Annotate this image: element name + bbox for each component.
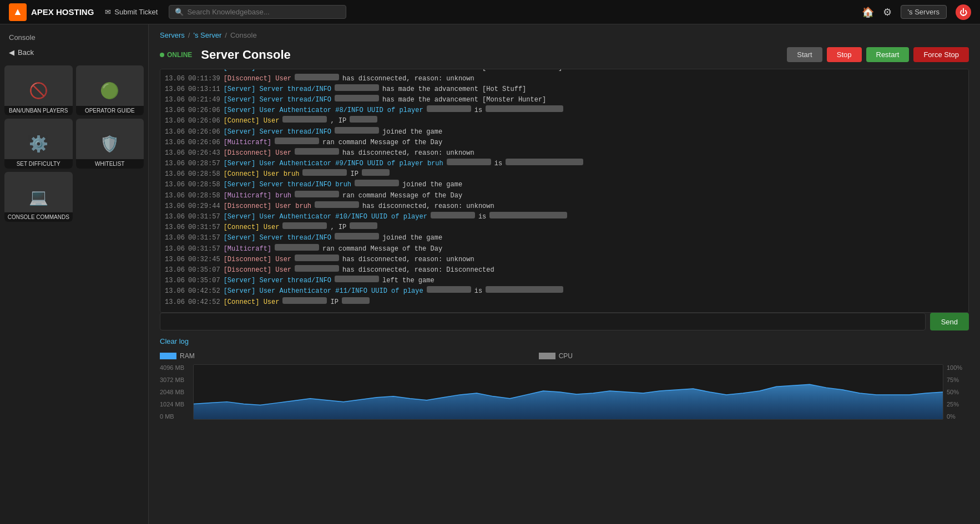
log-line: 13.0600:31:57[Multicraft] ran command Me… <box>165 244 964 255</box>
logo-icon: ▲ <box>9 3 27 21</box>
log-message: has disconnected, reason: unknown <box>342 74 474 84</box>
search-bar[interactable]: 🔍 <box>169 5 346 19</box>
log-line: 13.0600:29:44[Disconnect] User bruh has … <box>165 201 964 212</box>
send-button[interactable]: Send <box>930 313 969 330</box>
log-date: 13.06 <box>165 69 185 74</box>
log-date: 13.06 <box>165 201 185 212</box>
top-navigation: ▲ APEX HOSTING ✉ Submit Ticket 🔍 🏠 ⚙ 's … <box>0 0 980 24</box>
log-ip-redacted <box>342 297 370 304</box>
log-message: , IP <box>330 116 346 126</box>
search-input[interactable] <box>187 8 340 16</box>
log-time: 00:11:39 <box>188 74 220 84</box>
log-line: 13.0600:11:39[Disconnect] User has disco… <box>165 74 964 84</box>
log-line: 13.0600:13:11[Server] Server thread/INFO… <box>165 84 964 95</box>
log-date: 13.06 <box>165 169 185 180</box>
log-message: has disconnected, reason: unknown <box>362 201 494 212</box>
logo: ▲ APEX HOSTING <box>9 3 94 21</box>
log-time: 00:21:49 <box>188 95 220 105</box>
log-message: joined the game <box>382 127 442 138</box>
chart-y-labels-right: 0% 25% 50% 75% 100% <box>943 364 969 420</box>
log-uuid-redacted <box>486 286 563 293</box>
log-source: [Server] Server thread/INFO bruh <box>224 180 351 190</box>
log-source: [Server] Server thread/INFO <box>224 84 331 95</box>
log-date: 13.06 <box>165 105 185 116</box>
log-time: 00:28:57 <box>188 159 220 169</box>
breadcrumb-servers[interactable]: Servers <box>160 31 185 39</box>
sidebar-console-label: Console <box>0 30 148 45</box>
log-date: 13.06 <box>165 191 185 201</box>
log-uuid-redacted <box>506 159 583 165</box>
command-input[interactable] <box>160 313 926 330</box>
sidebar-item-console-commands[interactable]: 💻 CONSOLE COMMANDS <box>4 172 73 222</box>
console-header: ONLINE Server Console Start Stop Restart… <box>149 43 980 69</box>
log-source: [Server] Server thread/INFO <box>224 233 331 243</box>
log-user-redacted <box>335 69 379 69</box>
log-date: 13.06 <box>165 265 185 276</box>
console-log[interactable]: 13.0600:11:34[Server] Server thread/INFO… <box>160 69 969 313</box>
log-user-redacted <box>275 138 319 144</box>
svg-marker-0 <box>194 384 943 419</box>
y-label-1024mb: 1024 MB <box>160 401 190 408</box>
log-date: 13.06 <box>165 233 185 243</box>
log-time: 00:35:07 <box>188 265 220 276</box>
log-message: has disconnected, reason: Disconnected <box>342 265 494 276</box>
submit-ticket-link[interactable]: ✉ Submit Ticket <box>105 8 158 16</box>
power-button[interactable]: ⏻ <box>956 4 971 20</box>
home-icon[interactable]: 🏠 <box>862 6 874 18</box>
log-date: 13.06 <box>165 148 185 159</box>
log-user-redacted <box>295 74 339 80</box>
restart-button[interactable]: Restart <box>866 47 910 62</box>
breadcrumb-server-name[interactable]: 's Server <box>193 31 221 39</box>
settings-icon[interactable]: ⚙ <box>883 6 892 18</box>
log-message: is <box>474 105 482 116</box>
log-line: 13.0600:31:57[Server] User Authenticator… <box>165 212 964 222</box>
force-stop-button[interactable]: Force Stop <box>913 47 969 62</box>
log-source: [Server] Server thread/INFO <box>224 95 331 105</box>
y-label-0mb: 0 MB <box>160 413 190 420</box>
log-message: joined the game <box>402 180 462 190</box>
log-line: 13.0600:26:06[Server] User Authenticator… <box>165 105 964 116</box>
log-time: 00:28:58 <box>188 180 220 190</box>
start-button[interactable]: Start <box>787 47 822 62</box>
operator-icon: 🟢 <box>100 82 119 100</box>
command-bar: Send <box>160 313 969 330</box>
log-time: 00:42:52 <box>188 286 220 297</box>
sidebar-item-ban-unban[interactable]: 🚫 BAN/UNBAN PLAYERS <box>4 65 73 115</box>
log-user-redacted <box>315 201 359 208</box>
sidebar-item-operator-guide[interactable]: 🟢 OPERATOR GUIDE <box>76 65 144 115</box>
log-uuid-redacted <box>486 105 563 112</box>
log-line: 13.0600:28:58[Server] Server thread/INFO… <box>165 180 964 190</box>
log-time: 00:26:43 <box>188 148 220 159</box>
log-uuid-redacted <box>489 212 567 218</box>
log-time: 00:31:57 <box>188 244 220 255</box>
operator-card-label: OPERATOR GUIDE <box>76 106 144 115</box>
log-source: [Server] User Authenticator #11/INFO UUI… <box>224 286 423 297</box>
back-arrow-icon: ◀ <box>9 48 14 57</box>
log-source: [Disconnect] User <box>224 265 291 276</box>
log-message: , IP <box>330 222 346 233</box>
sidebar-item-whitelist[interactable]: 🛡️ WHITELIST <box>76 119 144 169</box>
log-message: joined the game <box>382 233 442 243</box>
log-user-redacted <box>295 255 339 261</box>
back-button[interactable]: ◀ Back <box>0 45 148 60</box>
main-content: Servers / 's Server / Console ONLINE Ser… <box>149 24 980 524</box>
log-date: 13.06 <box>165 138 185 148</box>
log-source: [Multicraft] <box>224 244 271 255</box>
online-badge: ONLINE <box>160 51 192 59</box>
clear-log-button[interactable]: Clear log <box>160 337 189 345</box>
log-source: [Connect] User <box>224 297 280 308</box>
stop-button[interactable]: Stop <box>827 47 862 62</box>
clear-log-bar: Clear log <box>149 334 980 349</box>
log-message: ran command Message of the Day <box>322 244 442 255</box>
log-line: 13.0600:28:58[Connect] User bruh IP <box>165 169 964 180</box>
log-source: [Connect] User bruh <box>224 169 300 180</box>
log-line: 13.0600:28:58[Multicraft] bruh ran comma… <box>165 191 964 201</box>
log-line: 13.0600:21:49[Server] Server thread/INFO… <box>165 95 964 105</box>
log-source: [Server] User Authenticator #9/INFO UUID… <box>224 159 443 169</box>
log-message: IP <box>350 169 358 180</box>
mail-icon: ✉ <box>105 8 111 16</box>
sidebar-item-set-difficulty[interactable]: ⚙️ SET DIFFICULTY <box>4 119 73 169</box>
servers-button[interactable]: 's Servers <box>901 5 947 19</box>
log-user-redacted <box>431 212 475 218</box>
chart-y-labels-left: 0 MB 1024 MB 2048 MB 3072 MB 4096 MB <box>160 364 193 420</box>
